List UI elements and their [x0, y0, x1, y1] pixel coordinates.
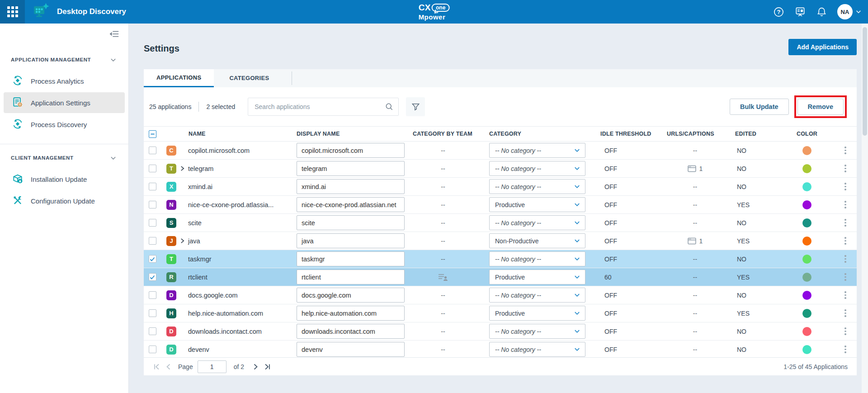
- expand-chevron-icon[interactable]: [176, 238, 188, 244]
- row-menu-kebab[interactable]: [834, 201, 857, 208]
- app-launcher-button[interactable]: [0, 0, 25, 24]
- color-dot[interactable]: [802, 182, 811, 191]
- tab-applications[interactable]: APPLICATIONS: [144, 69, 214, 87]
- row-menu-kebab[interactable]: [834, 255, 857, 263]
- color-dot[interactable]: [802, 218, 811, 227]
- filter-button[interactable]: [406, 97, 425, 116]
- search-input[interactable]: [255, 103, 385, 110]
- row-checkbox[interactable]: [149, 219, 156, 227]
- category-dropdown[interactable]: -- No category --: [489, 143, 585, 158]
- color-dot[interactable]: [802, 345, 811, 354]
- row-menu-kebab[interactable]: [834, 183, 857, 190]
- category-dropdown[interactable]: -- No category --: [489, 288, 585, 303]
- add-applications-button[interactable]: Add Applications: [788, 39, 857, 55]
- category-dropdown[interactable]: -- No category --: [489, 342, 585, 357]
- row-menu-kebab[interactable]: [834, 237, 857, 245]
- sidebar-item-application-settings[interactable]: Application Settings: [4, 92, 125, 113]
- color-dot[interactable]: [802, 309, 811, 318]
- announcements-board-icon[interactable]: [794, 6, 806, 18]
- category-dropdown[interactable]: -- No category --: [489, 179, 585, 194]
- chevron-down-icon[interactable]: [110, 57, 117, 63]
- sidebar-section-header-client-management[interactable]: CLIENT MANAGEMENT: [0, 152, 128, 164]
- user-avatar[interactable]: NA: [837, 4, 853, 19]
- row-checkbox[interactable]: [149, 327, 156, 335]
- category-dropdown[interactable]: Productive: [489, 270, 585, 284]
- category-dropdown[interactable]: Productive: [489, 306, 585, 321]
- row-checkbox[interactable]: [149, 291, 156, 299]
- display-name-input[interactable]: [297, 179, 405, 194]
- display-name-input[interactable]: [297, 197, 405, 212]
- row-menu-kebab[interactable]: [834, 147, 857, 154]
- help-icon[interactable]: ?: [773, 6, 784, 18]
- display-name-input[interactable]: [297, 251, 405, 266]
- row-menu-kebab[interactable]: [834, 346, 857, 353]
- display-name-input[interactable]: [297, 215, 405, 230]
- display-name-input[interactable]: [297, 288, 405, 303]
- row-menu-kebab[interactable]: [834, 309, 857, 317]
- expand-chevron-icon[interactable]: [176, 166, 188, 171]
- row-checkbox[interactable]: [149, 147, 156, 154]
- row-menu-kebab[interactable]: [834, 219, 857, 227]
- sidebar-item-installation-update[interactable]: Installation Update: [4, 169, 125, 189]
- tab-categories[interactable]: CATEGORIES: [214, 69, 284, 87]
- row-checkbox[interactable]: [149, 346, 156, 353]
- last-page-button[interactable]: [261, 363, 273, 370]
- urls-captions-cell: --: [662, 274, 728, 281]
- category-dropdown[interactable]: -- No category --: [489, 161, 585, 176]
- page-scrollbar[interactable]: [862, 24, 868, 393]
- select-all-checkbox[interactable]: [149, 130, 156, 138]
- row-checkbox[interactable]: [149, 201, 156, 208]
- color-dot[interactable]: [802, 255, 811, 264]
- table-row-scite: S scite -- -- No category -- OFF -- NO: [144, 214, 857, 232]
- notifications-bell-icon[interactable]: [816, 6, 827, 18]
- row-checkbox[interactable]: [149, 309, 156, 317]
- row-menu-kebab[interactable]: [834, 273, 857, 281]
- color-dot[interactable]: [802, 327, 811, 336]
- user-menu[interactable]: NA: [837, 4, 862, 19]
- scrollbar-thumb[interactable]: [863, 27, 867, 136]
- display-name-input[interactable]: [297, 233, 405, 248]
- app-grid-icon: [7, 6, 18, 17]
- color-dot[interactable]: [802, 200, 811, 209]
- chevron-down-icon[interactable]: [110, 155, 117, 161]
- remove-button[interactable]: Remove: [797, 99, 844, 115]
- display-name-input[interactable]: [297, 143, 405, 158]
- row-checkbox[interactable]: [149, 273, 156, 281]
- category-dropdown[interactable]: -- No category --: [489, 251, 585, 266]
- bulk-update-button[interactable]: Bulk Update: [730, 99, 789, 115]
- row-menu-kebab[interactable]: [834, 165, 857, 172]
- row-checkbox[interactable]: [149, 183, 156, 190]
- app-name: rtclient: [188, 274, 208, 281]
- sidebar-item-process-analytics[interactable]: Process Analytics: [4, 71, 125, 91]
- sidebar-item-process-discovery[interactable]: Process Discovery: [4, 114, 125, 135]
- next-page-button[interactable]: [250, 363, 261, 370]
- display-name-input[interactable]: [297, 324, 405, 339]
- color-dot[interactable]: [802, 291, 811, 300]
- sidebar-collapse-icon[interactable]: [109, 30, 119, 41]
- category-dropdown[interactable]: Non-Productive: [489, 233, 585, 248]
- page-number-input[interactable]: [198, 360, 226, 373]
- display-name-input[interactable]: [297, 270, 405, 284]
- first-page-button[interactable]: [151, 363, 163, 370]
- row-checkbox[interactable]: [149, 237, 156, 245]
- display-name-input[interactable]: [297, 161, 405, 176]
- color-dot[interactable]: [802, 237, 811, 246]
- row-menu-kebab[interactable]: [834, 291, 857, 299]
- column-header-urls-captions: URLS/CAPTIONS: [662, 131, 728, 137]
- sidebar-item-configuration-update[interactable]: Configuration Update: [4, 190, 125, 211]
- category-dropdown[interactable]: -- No category --: [489, 215, 585, 230]
- previous-page-button[interactable]: [163, 363, 175, 370]
- color-dot[interactable]: [802, 273, 811, 282]
- color-dot[interactable]: [802, 164, 811, 173]
- display-name-input[interactable]: [297, 306, 405, 321]
- category-dropdown[interactable]: Productive: [489, 197, 585, 212]
- color-dot[interactable]: [802, 146, 811, 155]
- row-checkbox[interactable]: [149, 165, 156, 172]
- dropdown-chevron-icon: [574, 165, 580, 172]
- row-menu-kebab[interactable]: [834, 327, 857, 335]
- display-name-input[interactable]: [297, 342, 405, 357]
- table-row-rtclient: R rtclient Productive 60 -- YES: [144, 268, 857, 286]
- row-checkbox[interactable]: [149, 255, 156, 263]
- category-dropdown[interactable]: -- No category --: [489, 324, 585, 339]
- sidebar-section-header-application-management[interactable]: APPLICATION MANAGEMENT: [0, 53, 128, 66]
